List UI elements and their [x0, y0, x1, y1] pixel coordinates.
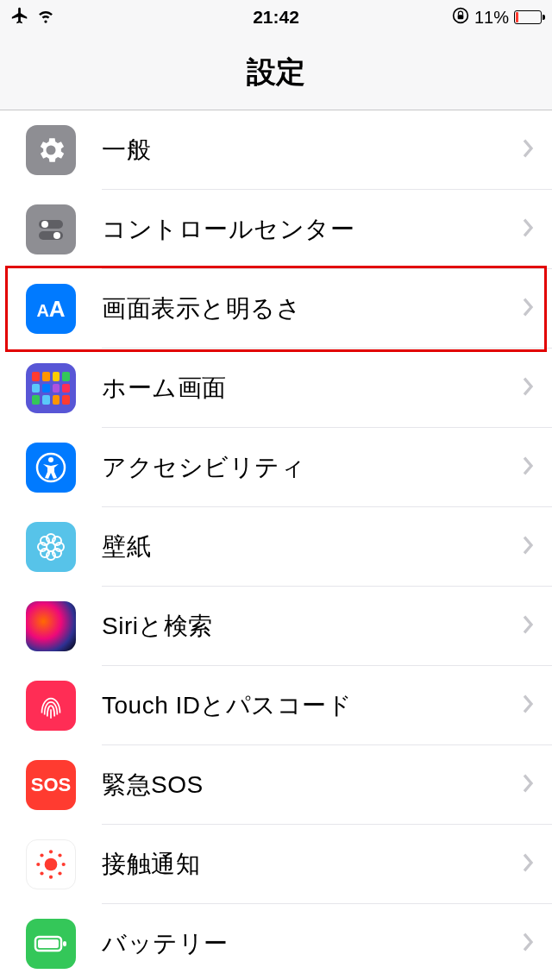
row-label: ホーム画面 [102, 372, 521, 405]
sos-icon: SOS [26, 760, 76, 810]
row-wallpaper[interactable]: 壁紙 [0, 507, 552, 587]
row-control-center[interactable]: コントロールセンター [0, 190, 552, 269]
row-siri-search[interactable]: Siriと検索 [0, 587, 552, 666]
exposure-icon [26, 839, 76, 889]
flower-icon [26, 522, 76, 572]
row-label: コントロールセンター [102, 213, 521, 246]
battery-icon [26, 919, 76, 969]
accessibility-icon [26, 443, 76, 493]
row-touchid-passcode[interactable]: Touch IDとパスコード [0, 666, 552, 745]
svg-rect-1 [458, 15, 464, 19]
chevron-right-icon [521, 614, 535, 638]
row-emergency-sos[interactable]: SOS 緊急SOS [0, 745, 552, 825]
chevron-right-icon [521, 376, 535, 400]
text-size-icon: AA [26, 284, 76, 334]
siri-icon [26, 601, 76, 651]
row-label: 接触通知 [102, 848, 521, 881]
row-label: 緊急SOS [102, 769, 521, 801]
svg-rect-27 [38, 939, 59, 948]
fingerprint-icon [26, 681, 76, 731]
status-left [10, 6, 55, 29]
nav-header: 設定 [0, 35, 552, 110]
chevron-right-icon [521, 694, 535, 718]
svg-point-21 [62, 863, 66, 866]
svg-point-7 [48, 457, 53, 462]
status-time: 21:42 [253, 7, 299, 28]
battery-percent: 11% [474, 8, 509, 28]
page-title: 設定 [247, 53, 305, 92]
status-right: 11% [452, 7, 542, 28]
row-display-brightness[interactable]: AA 画面表示と明るさ [0, 269, 552, 349]
row-battery[interactable]: バッテリー [0, 904, 552, 980]
row-label: 画面表示と明るさ [102, 292, 521, 325]
settings-list: 一般 コントロールセンター AA 画面表示と明るさ [0, 110, 552, 980]
battery-icon [514, 10, 542, 24]
status-bar: 21:42 11% [0, 0, 552, 35]
toggles-icon [26, 204, 76, 254]
row-home-screen[interactable]: ホーム画面 [0, 349, 552, 428]
svg-point-19 [49, 876, 53, 879]
svg-point-20 [36, 863, 40, 866]
chevron-right-icon [521, 852, 535, 876]
svg-point-24 [40, 871, 43, 875]
row-label: アクセシビリティ [102, 451, 521, 484]
svg-point-25 [58, 871, 61, 875]
row-label: 一般 [102, 134, 521, 166]
row-general[interactable]: 一般 [0, 110, 552, 190]
chevron-right-icon [521, 773, 535, 797]
svg-point-23 [58, 853, 61, 857]
row-label: バッテリー [102, 927, 521, 960]
orientation-lock-icon [452, 7, 469, 28]
row-label: Siriと検索 [102, 610, 521, 643]
chevron-right-icon [521, 932, 535, 956]
chevron-right-icon [521, 535, 535, 559]
chevron-right-icon [521, 297, 535, 321]
home-grid-icon [26, 363, 76, 413]
svg-point-3 [41, 221, 48, 228]
row-label: Touch IDとパスコード [102, 689, 521, 722]
chevron-right-icon [521, 138, 535, 162]
row-accessibility[interactable]: アクセシビリティ [0, 428, 552, 507]
svg-point-5 [53, 232, 60, 239]
row-label: 壁紙 [102, 531, 521, 563]
chevron-right-icon [521, 217, 535, 242]
chevron-right-icon [521, 455, 535, 480]
wifi-icon [36, 7, 55, 28]
svg-point-17 [45, 858, 58, 871]
svg-point-22 [40, 853, 43, 857]
airplane-icon [10, 6, 29, 29]
row-exposure-notification[interactable]: 接触通知 [0, 825, 552, 904]
svg-point-18 [49, 850, 53, 853]
svg-rect-28 [63, 941, 66, 946]
gear-icon [26, 125, 76, 175]
